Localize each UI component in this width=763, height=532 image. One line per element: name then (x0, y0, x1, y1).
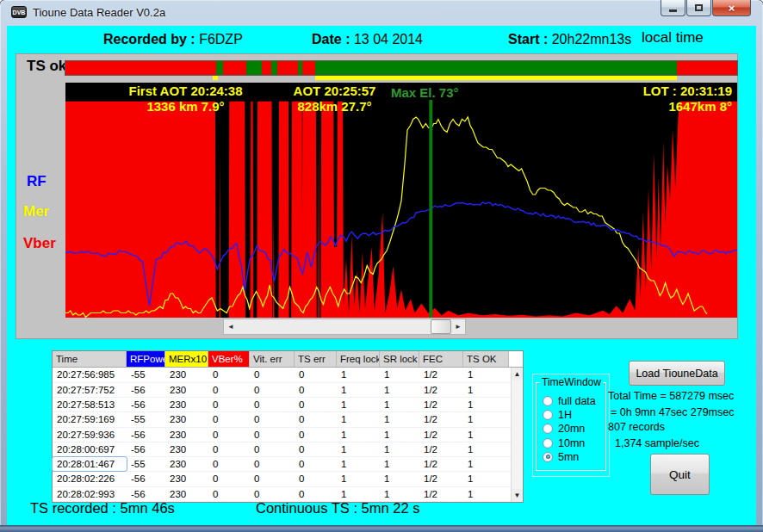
table-cell[interactable]: 20:27:57:752 (53, 383, 127, 397)
table-cell[interactable]: 20:28:02:226 (53, 472, 127, 486)
table-cell[interactable]: 0 (250, 472, 295, 486)
table-cell[interactable]: 0 (295, 412, 337, 426)
table-cell[interactable]: 0 (250, 428, 295, 442)
scrollbar-track[interactable] (238, 319, 451, 334)
minimize-button[interactable] (661, 0, 685, 16)
table-cell[interactable]: 0 (208, 368, 250, 381)
table-cell[interactable]: -56 (127, 383, 165, 397)
table-cell[interactable]: 230 (165, 487, 208, 501)
table-cell[interactable]: 0 (208, 457, 250, 471)
table-cell[interactable]: 20:28:02:993 (53, 487, 127, 501)
table-row[interactable]: 20:27:56:985-55230000111/21 (53, 368, 523, 382)
table-row[interactable]: 20:27:58:513-56230000111/21 (53, 398, 523, 412)
table-cell[interactable]: 1 (463, 412, 509, 426)
table-cell[interactable]: 1/2 (419, 487, 463, 501)
table-cell[interactable]: 1 (380, 442, 419, 456)
table-cell[interactable]: 1 (380, 487, 419, 501)
table-cell[interactable]: -55 (127, 457, 165, 471)
table-row[interactable]: 20:28:02:226-56230000111/21 (53, 472, 523, 486)
table-cell[interactable]: 1 (337, 428, 380, 442)
table-cell[interactable]: 0 (250, 457, 295, 471)
table-cell[interactable]: -56 (127, 472, 165, 486)
table-cell[interactable]: 0 (250, 398, 295, 411)
table-cell[interactable]: 1/2 (419, 428, 463, 442)
table-cell[interactable]: 1 (380, 398, 419, 411)
table-cell[interactable]: 20:28:01:467 (53, 457, 127, 471)
table-cell[interactable]: 1/2 (419, 368, 463, 381)
table-cell[interactable]: -56 (127, 487, 165, 501)
table-row[interactable]: 20:27:59:169-55230000111/21 (53, 412, 523, 427)
table-cell[interactable]: -56 (127, 398, 165, 411)
table-cell[interactable]: 1 (463, 457, 509, 471)
table-cell[interactable]: 1 (380, 428, 419, 442)
table-cell[interactable]: 1 (380, 383, 419, 397)
table-cell[interactable]: 0 (208, 398, 250, 411)
time-window-option-5mn[interactable]: 5mn (543, 450, 596, 464)
table-cell[interactable]: 0 (208, 442, 250, 456)
table-cell[interactable]: 0 (295, 398, 337, 411)
table-cell[interactable]: 0 (250, 412, 295, 426)
table-cell[interactable]: 1 (337, 472, 380, 486)
table-cell[interactable]: 0 (295, 368, 337, 381)
scroll-down-arrow-icon[interactable]: ▼ (512, 489, 523, 502)
table-cell[interactable]: 0 (208, 428, 250, 442)
close-button[interactable]: × (712, 0, 751, 16)
table-cell[interactable]: -55 (127, 368, 165, 381)
table-cell[interactable]: 0 (208, 383, 250, 397)
table-cell[interactable]: 1 (337, 412, 380, 426)
table-cell[interactable]: 1/2 (419, 442, 463, 456)
table-cell[interactable]: 230 (165, 368, 208, 381)
table-cell[interactable]: 0 (295, 472, 337, 486)
radio-button-icon[interactable] (543, 424, 553, 434)
table-cell[interactable]: 230 (165, 428, 208, 442)
table-v-scrollbar[interactable]: ▲ ▼ (511, 368, 523, 502)
table-cell[interactable]: 1 (337, 398, 380, 411)
table-cell[interactable]: 20:27:58:513 (53, 398, 127, 411)
table-cell[interactable]: -55 (127, 412, 165, 426)
table-cell[interactable]: 1 (337, 487, 380, 501)
time-window-option-full-data[interactable]: full data (543, 394, 596, 408)
table-cell[interactable]: 230 (165, 398, 208, 411)
scroll-up-arrow-icon[interactable]: ▲ (512, 368, 523, 380)
table-cell[interactable]: 1 (380, 472, 419, 486)
scrollbar-thumb[interactable] (431, 319, 451, 334)
table-row[interactable]: 20:28:01:467-55230000111/21 (53, 457, 523, 472)
radio-button-icon[interactable] (543, 452, 553, 462)
scroll-left-arrow-icon[interactable]: ◄ (224, 319, 238, 334)
table-cell[interactable]: 1 (463, 383, 509, 397)
table-cell[interactable]: 0 (250, 487, 295, 501)
table-row[interactable]: 20:27:57:752-56230000111/21 (53, 383, 523, 398)
table-cell[interactable]: -56 (127, 442, 165, 456)
table-cell[interactable]: 1/2 (419, 472, 463, 486)
table-cell[interactable]: 1/2 (419, 383, 463, 397)
time-window-option-10mn[interactable]: 10mn (543, 436, 596, 450)
table-cell[interactable]: 1 (463, 428, 509, 442)
time-window-option-20mn[interactable]: 20mn (543, 422, 596, 436)
table-cell[interactable]: 0 (295, 457, 337, 471)
table-cell[interactable]: 1 (463, 368, 509, 381)
table-cell[interactable]: 20:27:59:936 (53, 428, 127, 442)
table-cell[interactable]: 230 (165, 383, 208, 397)
table-cell[interactable]: 1/2 (419, 412, 463, 426)
table-cell[interactable]: 20:28:00:697 (53, 442, 127, 456)
maximize-button[interactable] (686, 0, 711, 16)
title-bar[interactable]: DVB Tioune Data Reader V0.2a × (0, 0, 763, 26)
table-cell[interactable]: 1 (380, 412, 419, 426)
table-row[interactable]: 20:27:59:936-56230000111/21 (53, 428, 523, 442)
table-cell[interactable]: 1/2 (419, 398, 463, 411)
table-cell[interactable]: 0 (208, 487, 250, 501)
table-row[interactable]: 20:28:00:697-56230000111/21 (53, 442, 523, 457)
table-cell[interactable]: 1 (337, 368, 380, 381)
table-cell[interactable]: -56 (127, 428, 165, 442)
table-cell[interactable]: 230 (165, 442, 208, 456)
radio-button-icon[interactable] (543, 410, 553, 420)
table-cell[interactable]: 1 (463, 398, 509, 411)
table-cell[interactable]: 1 (380, 368, 419, 381)
table-cell[interactable]: 0 (295, 428, 337, 442)
time-window-option-1H[interactable]: 1H (543, 408, 596, 422)
table-cell[interactable]: 0 (295, 442, 337, 456)
radio-button-icon[interactable] (543, 438, 553, 448)
table-cell[interactable]: 0 (208, 472, 250, 486)
table-cell[interactable]: 1 (337, 383, 380, 397)
table-cell[interactable]: 0 (250, 368, 295, 381)
